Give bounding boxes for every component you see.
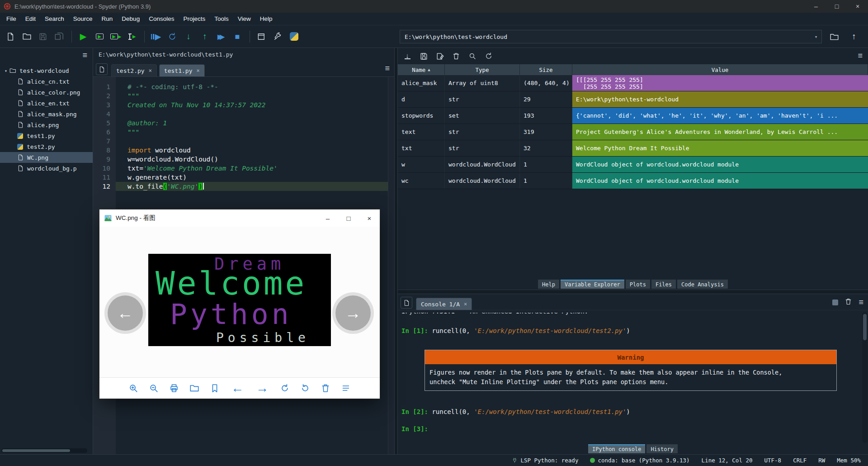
chevron-down-icon[interactable]: ▾	[5, 68, 7, 73]
working-directory-combobox[interactable]: E:\work\python\test-wordcloud ▾	[400, 30, 822, 43]
viewer-titlebar[interactable]: WC.png - 看图 – □ ×	[99, 209, 380, 227]
close-icon[interactable]: ×	[196, 67, 199, 74]
save-data-button[interactable]	[417, 50, 430, 62]
console-output[interactable]: IPython 7.31.1 -- An enhanced Interactiv…	[398, 311, 862, 444]
project-options-menu-button[interactable]: ≡	[82, 51, 87, 60]
column-header-type[interactable]: Type	[445, 64, 520, 75]
import-data-button[interactable]: ↓	[401, 50, 414, 62]
run-cell-button[interactable]: ▶	[92, 29, 107, 44]
tree-item-test1[interactable]: test1.py	[0, 130, 93, 141]
menu-file[interactable]: File	[2, 13, 21, 25]
menu-projects[interactable]: Projects	[179, 13, 210, 25]
project-horizontal-scrollbar[interactable]	[1, 448, 87, 453]
tree-item-wc-png[interactable]: WC.png	[0, 152, 93, 163]
tab-plots[interactable]: Plots	[626, 280, 650, 289]
preferences-button[interactable]	[270, 29, 285, 44]
console-tab[interactable]: Console 1/A ×	[416, 298, 472, 310]
viewer-close-button[interactable]: ×	[359, 209, 380, 227]
tree-item-test2[interactable]: test2.py	[0, 141, 93, 152]
zoom-in-button[interactable]	[127, 382, 139, 394]
save-data-as-button[interactable]	[433, 50, 447, 62]
variable-explorer-options-menu-button[interactable]: ≡	[858, 51, 863, 61]
tab-files[interactable]: Files	[651, 280, 676, 289]
tree-item-alice-cn[interactable]: alice_cn.txt	[0, 76, 93, 87]
tab-variable-explorer[interactable]: Variable Explorer	[561, 280, 624, 289]
image-list-button[interactable]	[340, 382, 352, 394]
previous-button[interactable]: ←	[229, 382, 245, 394]
variable-row[interactable]: d str 29 E:\work\python\test-wordcloud	[398, 91, 868, 108]
print-button[interactable]	[168, 382, 180, 394]
menu-consoles[interactable]: Consoles	[144, 13, 179, 25]
rotate-ccw-button[interactable]	[299, 382, 311, 394]
close-icon[interactable]: ×	[149, 67, 152, 74]
step-into-button[interactable]: ↓	[181, 29, 196, 44]
step-return-button[interactable]: ↑	[197, 29, 212, 44]
pythonpath-manager-button[interactable]	[286, 29, 302, 44]
chevron-down-icon[interactable]: ▾	[811, 34, 821, 40]
console-vertical-scrollbar[interactable]	[862, 312, 868, 443]
next-button[interactable]: →	[254, 382, 270, 394]
refresh-variables-button[interactable]	[482, 50, 495, 62]
column-header-value[interactable]: Value	[572, 64, 868, 75]
variable-row[interactable]: text str 319 Project Gutenberg's Alice's…	[398, 124, 868, 140]
tab-history[interactable]: History	[646, 444, 678, 453]
variable-row[interactable]: alice_mask Array of uint8 (480, 640, 4) …	[398, 75, 868, 91]
viewer-minimize-button[interactable]: –	[317, 209, 338, 227]
run-file-button[interactable]: ▶	[75, 29, 91, 44]
new-file-button[interactable]	[3, 29, 18, 44]
menu-debug[interactable]: Debug	[117, 13, 144, 25]
browse-tabs-button[interactable]	[401, 297, 412, 309]
variable-row[interactable]: stopwords set 193 {'cannot', 'did', 'wha…	[398, 108, 868, 124]
variable-row[interactable]: wc wordcloud.WordCloud 1 WordCloud objec…	[398, 173, 868, 189]
browse-working-directory-button[interactable]	[826, 29, 842, 44]
column-header-size[interactable]: Size	[520, 64, 572, 75]
save-all-button[interactable]	[52, 29, 67, 44]
menu-run[interactable]: Run	[97, 13, 118, 25]
menu-edit[interactable]: Edit	[21, 13, 40, 25]
tree-item-alice-color[interactable]: alice_color.png	[0, 87, 93, 98]
close-icon[interactable]: ×	[464, 301, 467, 307]
menu-tools[interactable]: Tools	[210, 13, 233, 25]
scrollbar-thumb[interactable]	[2, 449, 70, 452]
open-file-button[interactable]	[19, 29, 34, 44]
console-prompt[interactable]: In [3]:	[401, 425, 862, 433]
menu-source[interactable]: Source	[69, 13, 97, 25]
status-conda-env[interactable]: conda: base (Python 3.9.13)	[590, 457, 689, 464]
maximize-pane-button[interactable]	[254, 29, 269, 44]
console-options-menu-button[interactable]: ≡	[859, 298, 863, 307]
clear-console-button[interactable]	[844, 298, 852, 307]
open-image-button[interactable]	[189, 382, 200, 394]
parent-directory-button[interactable]: ↑	[846, 29, 862, 44]
window-minimize-button[interactable]: –	[806, 0, 826, 13]
tab-ipython-console[interactable]: IPython console	[588, 444, 645, 453]
scrollbar-thumb[interactable]	[863, 314, 867, 340]
remove-variable-button[interactable]	[449, 50, 463, 62]
bookmark-button[interactable]	[209, 382, 221, 394]
debug-file-button[interactable]: ▶	[148, 29, 164, 44]
previous-image-button[interactable]: ←	[108, 295, 143, 331]
stop-debug-button[interactable]: ■	[230, 29, 245, 44]
tree-item-wordcloud-bg[interactable]: wordcloud_bg.p	[0, 163, 93, 174]
window-close-button[interactable]: ×	[847, 0, 868, 13]
column-header-name[interactable]: Name▲	[398, 64, 445, 75]
viewer-maximize-button[interactable]: □	[338, 209, 359, 227]
interrupt-kernel-button[interactable]	[832, 300, 838, 305]
editor-tab-test1[interactable]: test1.py ×	[159, 64, 205, 76]
horizontal-splitter[interactable]	[398, 290, 868, 294]
next-image-button[interactable]: →	[335, 295, 371, 331]
project-root-folder[interactable]: ▾ test-wordcloud	[0, 65, 93, 76]
menu-help[interactable]: Help	[255, 13, 277, 25]
variable-row[interactable]: w wordcloud.WordCloud 1 WordCloud object…	[398, 157, 868, 173]
run-cell-advance-button[interactable]: ▶▶	[108, 29, 123, 44]
menu-search[interactable]: Search	[40, 13, 69, 25]
run-selection-button[interactable]: ▶	[124, 29, 140, 44]
vertical-splitter[interactable]	[394, 48, 398, 454]
menu-view[interactable]: View	[233, 13, 255, 25]
editor-tab-test2[interactable]: test2.py ×	[111, 64, 157, 76]
editor-vertical-scrollbar[interactable]	[388, 77, 394, 454]
tree-item-alice-png[interactable]: alice.png	[0, 119, 93, 130]
browse-tabs-button[interactable]	[96, 63, 108, 75]
editor-options-menu-button[interactable]: ≡	[385, 64, 390, 73]
zoom-out-button[interactable]	[148, 382, 160, 394]
window-maximize-button[interactable]: □	[826, 0, 847, 13]
